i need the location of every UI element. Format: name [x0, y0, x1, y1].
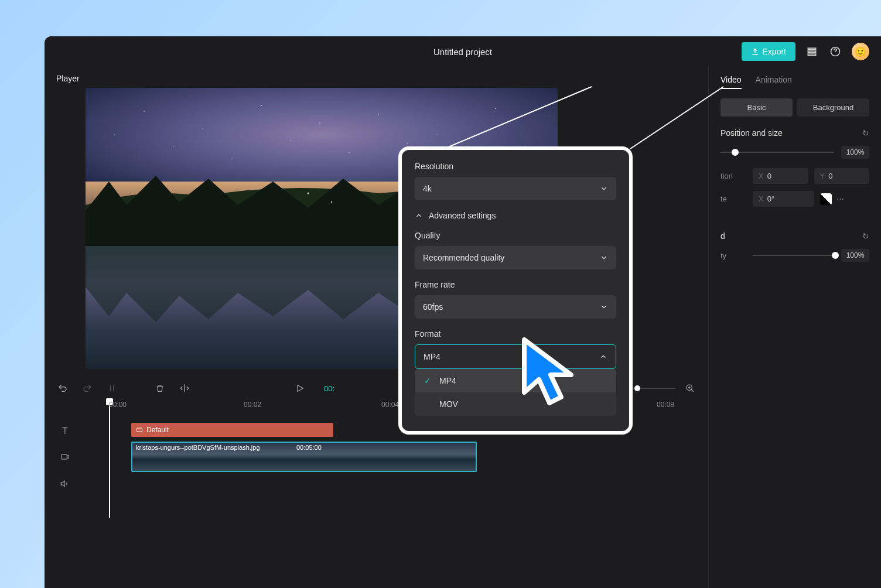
player-label: Player [56, 74, 696, 83]
chevron-up-icon [599, 353, 607, 361]
zoom-slider[interactable] [634, 388, 675, 389]
scale-slider[interactable] [720, 152, 834, 153]
reset-icon[interactable]: ↻ [862, 231, 869, 241]
svg-point-21 [290, 140, 291, 141]
svg-point-16 [349, 152, 350, 153]
svg-point-12 [436, 134, 437, 135]
split-icon[interactable] [105, 382, 118, 395]
undo-icon[interactable] [56, 382, 69, 395]
tab-animation[interactable]: Animation [756, 75, 792, 89]
svg-point-23 [331, 201, 332, 203]
queue-icon[interactable] [805, 45, 819, 59]
rotate-swatch[interactable] [820, 193, 832, 205]
opacity-value: 100% [841, 249, 869, 262]
position-x-input[interactable]: X0 [753, 168, 808, 184]
caption-label: Default [146, 426, 169, 434]
framerate-select[interactable]: 60fps [415, 295, 616, 319]
svg-point-11 [378, 114, 379, 115]
svg-rect-1 [808, 51, 815, 53]
rotate-label: te [720, 194, 747, 203]
chevron-down-icon [600, 184, 608, 193]
svg-point-9 [261, 105, 262, 106]
mirror-icon[interactable] [178, 382, 191, 395]
text-track-icon[interactable]: T [56, 426, 74, 436]
clip-duration: 00:05:00 [296, 444, 322, 451]
delete-icon[interactable] [153, 382, 166, 395]
ruler-tick: 00:08 [657, 401, 674, 409]
position-y-input[interactable]: Y0 [814, 168, 870, 184]
chevron-down-icon [600, 254, 608, 262]
cursor-icon [515, 334, 580, 410]
svg-rect-28 [62, 454, 67, 459]
caption-clip[interactable]: Default [131, 423, 333, 437]
section-position-size: Position and size [720, 128, 783, 138]
inspector-panel: Video Animation Basic Background Positio… [708, 67, 881, 588]
video-track-icon[interactable] [56, 452, 74, 464]
redo-icon[interactable] [81, 382, 94, 395]
project-title: Untitled project [433, 47, 492, 57]
export-button-label: Export [763, 47, 786, 56]
section-blend: d [720, 231, 725, 241]
opacity-slider[interactable] [753, 255, 835, 256]
export-button[interactable]: Export [742, 42, 795, 61]
reset-icon[interactable]: ↻ [862, 128, 869, 138]
svg-point-15 [231, 158, 232, 158]
svg-rect-27 [137, 428, 142, 432]
advanced-settings-toggle[interactable]: Advanced settings [415, 211, 616, 220]
resolution-label: Resolution [415, 162, 616, 171]
tab-video[interactable]: Video [720, 75, 742, 89]
scale-value: 100% [841, 146, 869, 159]
video-clip[interactable]: kristaps-ungurs--potBDVgSfM-unsplash.jpg… [131, 442, 477, 472]
svg-point-14 [173, 146, 173, 146]
ruler-tick: 00:02 [244, 401, 261, 409]
svg-point-7 [144, 111, 145, 112]
opacity-label: ty [720, 251, 747, 260]
svg-point-8 [202, 128, 203, 129]
quality-label: Quality [415, 231, 616, 240]
svg-point-10 [319, 122, 320, 123]
zoom-in-icon[interactable] [684, 382, 696, 395]
ruler-tick: 00:00 [109, 401, 127, 409]
subtab-basic[interactable]: Basic [720, 98, 793, 117]
rotate-x-input[interactable]: X0° [753, 191, 814, 207]
position-label: tion [720, 172, 747, 180]
quality-select[interactable]: Recommended quality [415, 246, 616, 269]
framerate-label: Frame rate [415, 280, 616, 289]
chevron-down-icon [600, 303, 608, 311]
svg-point-22 [308, 193, 309, 194]
caption-icon [136, 426, 143, 433]
svg-rect-0 [808, 48, 815, 50]
ruler-tick: 00:04 [381, 401, 399, 409]
clip-filename: kristaps-ungurs--potBDVgSfM-unsplash.jpg [136, 444, 260, 451]
subtab-background[interactable]: Background [797, 98, 869, 117]
chevron-up-icon [415, 211, 423, 220]
audio-track-icon[interactable] [56, 479, 74, 491]
svg-rect-2 [808, 54, 815, 56]
user-avatar[interactable]: 🙂 [852, 43, 869, 60]
svg-point-13 [495, 108, 496, 109]
svg-point-17 [407, 143, 408, 143]
svg-point-20 [114, 134, 115, 135]
resolution-select[interactable]: 4k [415, 177, 616, 200]
time-display: 00: [324, 384, 334, 393]
upload-icon [751, 47, 759, 56]
play-icon[interactable] [293, 382, 306, 395]
titlebar: Untitled project Export 🙂 [45, 36, 881, 67]
help-icon[interactable] [828, 45, 842, 59]
